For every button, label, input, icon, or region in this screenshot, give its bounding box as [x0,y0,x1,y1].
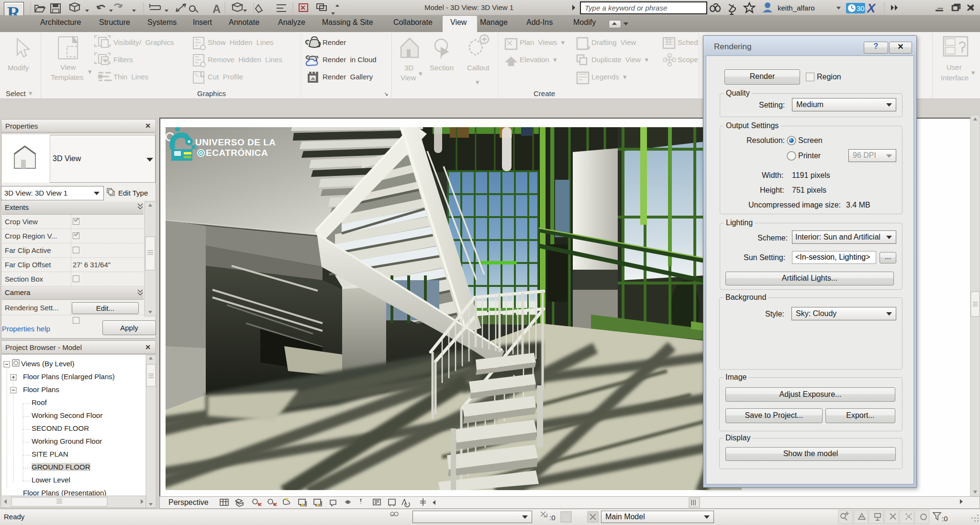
svg-text:ECATRÓNICA: ECATRÓNICA [206,148,268,158]
svg-text:30: 30 [857,4,865,12]
svg-text:A: A [212,2,221,15]
svg-text:X: X [866,1,876,15]
svg-text:UNIVERSO DE LA: UNIVERSO DE LA [195,137,276,147]
